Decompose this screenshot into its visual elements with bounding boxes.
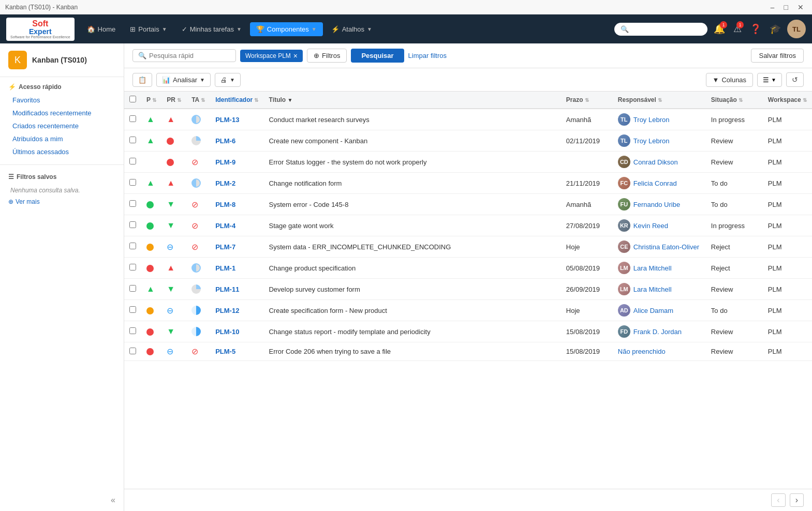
alert-button[interactable]: ⚠ 1 <box>731 21 744 37</box>
resp-link[interactable]: Lara Mitchell <box>633 285 672 293</box>
ver-mais-button[interactable]: ⊕ Ver mais <box>0 196 124 207</box>
resp-link[interactable]: Felicia Conrad <box>633 179 677 187</box>
portais-nav-btn[interactable]: ⊞ Portais ▼ <box>124 22 173 36</box>
row-checkbox[interactable] <box>129 158 136 164</box>
atalhos-nav-btn[interactable]: ⚡ Atalhos ▼ <box>325 22 378 36</box>
row-prazo-cell: 15/08/2019 <box>561 342 613 361</box>
resp-link[interactable]: Christina Eaton-Oliver <box>633 243 699 251</box>
global-search-box[interactable]: 🔍 <box>614 23 707 36</box>
row-id-cell[interactable]: PLM-1 <box>210 258 263 279</box>
pr-red-up-icon <box>167 179 175 187</box>
row-id-cell[interactable]: PLM-6 <box>210 130 263 152</box>
no-query-label: Nenhuma consulta salva. <box>0 185 124 196</box>
row-situacao-cell: To do <box>706 194 763 215</box>
filtros-button[interactable]: ⊕ Filtros <box>307 49 347 63</box>
row-title-cell: Error Status logger - the system do not … <box>263 152 560 173</box>
sidebar-item-favoritos[interactable]: Favoritos <box>8 94 115 107</box>
salvar-filtros-button[interactable]: Salvar filtros <box>751 49 804 63</box>
row-checkbox[interactable] <box>129 348 136 354</box>
resp-link[interactable]: Frank D. Jordan <box>633 328 682 336</box>
resp-link[interactable]: Lara Mitchell <box>633 264 672 272</box>
resp-link[interactable]: Não preenchido <box>618 348 666 355</box>
row-checkbox[interactable] <box>129 243 136 249</box>
view-chevron-icon: ▼ <box>771 77 776 83</box>
row-checkbox[interactable] <box>129 327 136 334</box>
row-prazo-cell: Hoje <box>561 300 613 321</box>
row-id-cell[interactable]: PLM-12 <box>210 300 263 321</box>
row-p-cell <box>141 279 161 300</box>
workspace-tag-close-icon[interactable]: × <box>293 52 298 60</box>
graduation-button[interactable]: 🎓 <box>767 21 783 37</box>
colunas-button[interactable]: ▼ Colunas <box>706 73 754 87</box>
resp-link[interactable]: Troy Lebron <box>633 137 670 145</box>
limpar-filtros-button[interactable]: Limpar filtros <box>408 52 447 59</box>
resp-link[interactable]: Troy Lebron <box>633 116 670 124</box>
table-row: PLM-6 Create new component - Kanban 02/1… <box>124 130 812 152</box>
row-id-cell[interactable]: PLM-9 <box>210 152 263 173</box>
table-row: PLM-13 Conduct market research surveys A… <box>124 109 812 130</box>
row-checkbox[interactable] <box>129 179 136 186</box>
row-id-cell[interactable]: PLM-13 <box>210 109 263 130</box>
select-all-checkbox[interactable] <box>129 96 136 102</box>
home-nav-btn[interactable]: 🏠 Home <box>81 22 122 36</box>
row-id-cell[interactable]: PLM-5 <box>210 342 263 361</box>
minimize-button[interactable]: ‒ <box>767 2 778 12</box>
next-page-button[interactable]: › <box>790 493 804 507</box>
row-id-cell[interactable]: PLM-2 <box>210 173 263 194</box>
row-checkbox[interactable] <box>129 115 136 122</box>
table-row: PLM-10 Change status report - modify tem… <box>124 321 812 342</box>
row-checkbox[interactable] <box>129 285 136 292</box>
avatar: KR <box>618 219 630 232</box>
resp-link[interactable]: Kevin Reed <box>633 222 668 230</box>
portais-chevron-icon: ▼ <box>162 26 167 32</box>
row-checkbox-cell <box>124 194 141 215</box>
row-id-cell[interactable]: PLM-10 <box>210 321 263 342</box>
close-button[interactable]: ✕ <box>794 2 807 12</box>
workspace-tag[interactable]: Workspace PLM × <box>240 50 303 62</box>
row-checkbox[interactable] <box>129 200 136 207</box>
row-id-cell[interactable]: PLM-7 <box>210 236 263 258</box>
sidebar-item-ultimos[interactable]: Últimos acessados <box>8 145 115 158</box>
prev-page-button[interactable]: ‹ <box>771 493 785 507</box>
help-button[interactable]: ❓ <box>748 21 763 37</box>
minhas-tarefas-nav-btn[interactable]: ✓ Minhas tarefas ▼ <box>175 22 248 36</box>
row-id-cell[interactable]: PLM-8 <box>210 194 263 215</box>
analisar-button[interactable]: 📊 Analisar ▼ <box>156 73 211 87</box>
row-resp-cell: Não preenchido <box>613 342 706 361</box>
notification-bell-button[interactable]: 🔔 1 <box>712 21 727 37</box>
resp-link[interactable]: Fernando Uribe <box>633 201 680 208</box>
row-prazo-cell: 27/08/2019 <box>561 215 613 236</box>
restore-button[interactable]: □ <box>781 2 791 12</box>
resp-link[interactable]: Alice Damam <box>633 307 673 314</box>
row-resp-cell: CE Christina Eaton-Oliver <box>613 236 706 258</box>
row-workspace-cell: PLM <box>763 194 812 215</box>
row-checkbox[interactable] <box>129 264 136 270</box>
row-id-cell[interactable]: PLM-4 <box>210 215 263 236</box>
componentes-nav-btn[interactable]: 🏆 Componentes ▼ <box>250 22 323 36</box>
clipboard-button[interactable]: 📋 <box>132 73 152 87</box>
row-id-cell[interactable]: PLM-11 <box>210 279 263 300</box>
ta-rotate-blue-icon <box>191 327 201 336</box>
row-checkbox[interactable] <box>129 306 136 313</box>
row-title-cell: System error - Code 145-8 <box>263 194 560 215</box>
logo-soft: Soft <box>32 20 48 28</box>
user-avatar-nav[interactable]: TL <box>787 20 806 38</box>
sidebar-item-modificados[interactable]: Modificados recentemente <box>8 107 115 119</box>
row-checkbox[interactable] <box>129 137 136 143</box>
refresh-button[interactable]: ↺ <box>786 72 804 87</box>
pesquisar-button[interactable]: Pesquisar <box>351 49 404 63</box>
sidebar-collapse-button[interactable]: « <box>111 495 115 505</box>
resp-link[interactable]: Conrad Dikson <box>633 158 678 166</box>
sidebar-item-atribuidos[interactable]: Atribuídos a mim <box>8 132 115 145</box>
avatar: CD <box>618 156 630 168</box>
view-toggle-button[interactable]: ☰ ▼ <box>757 73 782 87</box>
row-p-cell <box>141 194 161 215</box>
pr-blue-dash-icon <box>167 307 173 315</box>
row-checkbox[interactable] <box>129 221 136 228</box>
row-p-cell <box>141 152 161 173</box>
quick-search-input[interactable] <box>149 52 222 59</box>
print-button[interactable]: 🖨 ▼ <box>215 73 241 87</box>
sidebar-item-criados[interactable]: Criados recentemente <box>8 119 115 132</box>
row-situacao-cell: Review <box>706 152 763 173</box>
global-search-input[interactable] <box>631 25 701 33</box>
